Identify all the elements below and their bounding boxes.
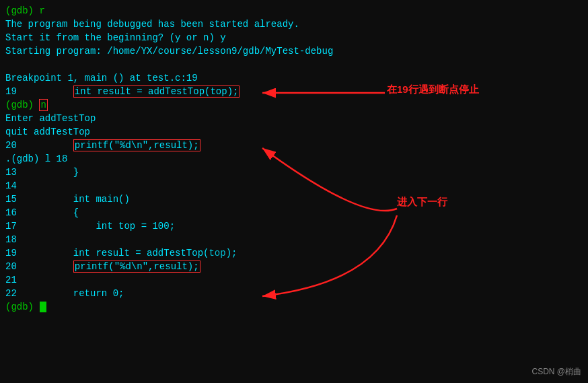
line-15: 15 int main() (5, 193, 583, 206)
line-23: (gdb) (5, 300, 583, 314)
line-19: 19 int result = addTestTop(top); (5, 246, 583, 260)
line-14: 14 (5, 179, 583, 193)
line-3: Start it from the beginning? (y or n) y (5, 31, 583, 44)
line-4: Starting program: /home/YX/course/lesson… (5, 44, 583, 58)
cursor (40, 302, 46, 312)
line-9: Enter addTestTop (5, 112, 583, 125)
line-5 (5, 58, 583, 71)
line-13: 13 } (5, 166, 583, 179)
line-2: The program being debugged has been star… (5, 18, 583, 31)
line-16: 16 { (5, 206, 583, 219)
highlight-box-1: int result = addTestTop(top); (73, 85, 240, 98)
watermark: CSDN @梢曲 (531, 366, 581, 378)
line-21: 21 (5, 273, 583, 287)
highlight-box-3: printf("%d\n",result); (73, 260, 200, 273)
line-6: Breakpoint 1, main () at test.c:19 (5, 71, 583, 85)
line-17: 17 int top = 100; (5, 219, 583, 233)
highlight-box-2: printf("%d\n",result); (73, 139, 200, 151)
annotation-next-line: 进入下一行 (397, 196, 447, 209)
line-20: 20 printf("%d\n",result); (5, 260, 583, 273)
line-11: 20 printf("%d\n",result); (5, 139, 583, 152)
line-1: (gdb) r (5, 4, 583, 18)
n-box: n (39, 99, 47, 111)
line-8: (gdb) n (5, 98, 583, 112)
line-22: 22 return 0; (5, 287, 583, 300)
terminal: (gdb) r The program being debugged has b… (0, 0, 588, 383)
annotation-breakpoint: 在19行遇到断点停止 (387, 83, 479, 96)
line-18: 18 (5, 233, 583, 246)
line-12: .(gdb) l 18 (5, 152, 583, 166)
line-10: quit addTestTop (5, 125, 583, 139)
line-7: 19 int result = addTestTop(top); (5, 85, 583, 98)
